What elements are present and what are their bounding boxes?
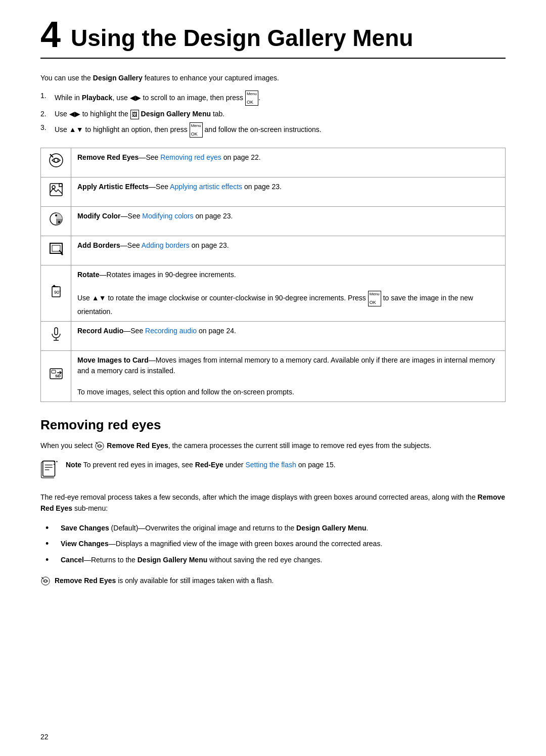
svg-text:✦: ✦ [53, 463, 55, 466]
removing-red-eyes-heading: Removing red eyes [40, 417, 506, 433]
color-link[interactable]: Modifying colors [142, 212, 193, 220]
step-1-num: 1. [40, 91, 55, 101]
save-changes-bold: Save Changes [61, 524, 109, 532]
audio-label: Record Audio [77, 327, 123, 335]
cancel-bold: Cancel [61, 556, 84, 564]
step-3-num: 3. [40, 122, 55, 133]
redeye-link[interactable]: Removing red eyes [160, 153, 221, 161]
artistic-label: Apply Artistic Effects [77, 183, 149, 191]
svg-rect-10 [52, 245, 60, 251]
footer-note: Remove Red Eyes is only available for st… [40, 575, 506, 586]
svg-text:✦✦: ✦✦ [53, 460, 58, 463]
intro-text-pre: You can use the [40, 74, 93, 82]
bullet-save-text: Save Changes (Default)—Overwrites the or… [61, 522, 368, 533]
svg-rect-19 [52, 370, 56, 373]
note-label: Note [66, 461, 81, 469]
step-2: 2. Use ◀▶ to highlight the 🖼 Design Gall… [40, 109, 506, 119]
note-box: ✦✦ ✦ Note To prevent red eyes in images,… [40, 459, 506, 482]
svg-point-7 [55, 214, 57, 216]
view-changes-bold: View Changes [61, 540, 109, 548]
rotate-label: Rotate [77, 271, 100, 279]
table-row-move: SD Move Images to Card—Moves images from… [41, 350, 506, 402]
borders-link[interactable]: Adding borders [142, 241, 190, 249]
step-2-content: Use ◀▶ to highlight the 🖼 Design Gallery… [55, 109, 506, 119]
chapter-title: Using the Design Gallery Menu [71, 20, 413, 51]
bullet-cancel: Cancel—Returns to the Design Gallery Men… [46, 554, 506, 566]
rotate-icon-cell: 90° [41, 265, 71, 321]
table-row-color: Modify Color—See Modifying colors on pag… [41, 207, 506, 236]
step-1-bold: Playback [82, 94, 113, 102]
artistic-link[interactable]: Applying artistic effects [170, 183, 242, 191]
color-label: Modify Color [77, 212, 121, 220]
artistic-text-cell: Apply Artistic Effects—See Applying arti… [71, 177, 506, 207]
chapter-number: 4 [40, 16, 61, 53]
bullet-view-text: View Changes—Displays a magnified view o… [61, 538, 382, 549]
removing-red-eyes-para1: When you select Remove Red Eyes, the cam… [40, 440, 506, 451]
rotate-icon: 90° [48, 283, 64, 299]
bullet-save-changes: Save Changes (Default)—Overwrites the or… [46, 522, 506, 534]
remove-red-eyes-icon [48, 152, 64, 168]
step-1: 1. While in Playback, use ◀▶ to scroll t… [40, 91, 506, 106]
feature-table: Remove Red Eyes—See Removing red eyes on… [40, 148, 506, 402]
step-3: 3. Use ▲▼ to highlight an option, then p… [40, 122, 506, 138]
para2-bold: Remove Red Eyes [40, 493, 505, 512]
svg-point-23 [99, 444, 101, 447]
audio-icon-cell [41, 321, 71, 350]
table-row-audio: Record Audio—See Recording audio on page… [41, 321, 506, 350]
move-label: Move Images to Card [77, 356, 149, 364]
menu-ok-rotate: MenuOK [368, 291, 381, 306]
note-text: Note To prevent red eyes in images, see … [66, 459, 336, 470]
menu-ok-3: MenuOK [190, 122, 203, 138]
borders-text-cell: Add Borders—See Adding borders on page 2… [71, 236, 506, 265]
audio-link[interactable]: Recording audio [145, 327, 197, 335]
move-images-icon: SD [48, 366, 64, 382]
note-icon: ✦✦ ✦ [40, 460, 60, 482]
table-row-redeye: Remove Red Eyes—See Removing red eyes on… [41, 148, 506, 177]
save-gallery-bold: Design Gallery Menu [296, 524, 366, 532]
redeye-icon-cell [41, 148, 71, 177]
add-borders-icon [48, 240, 64, 256]
footer-bold: Remove Red Eyes [55, 576, 116, 585]
modify-color-icon [48, 211, 64, 227]
color-text-cell: Modify Color—See Modifying colors on pag… [71, 207, 506, 236]
step-3-content: Use ▲▼ to highlight an option, then pres… [55, 122, 506, 138]
menu-ok-1: MenuOK [245, 91, 258, 106]
redeye-footer-icon [40, 576, 51, 586]
svg-point-8 [58, 221, 60, 223]
svg-point-1 [54, 158, 58, 162]
bullet-list: Save Changes (Default)—Overwrites the or… [40, 522, 506, 566]
artistic-icon-cell [41, 177, 71, 207]
cancel-gallery-bold: Design Gallery Menu [138, 556, 207, 564]
rotate-text-cell: Rotate—Rotates images in 90-degree incre… [71, 265, 506, 321]
step-2-bold: Design Gallery Menu [141, 110, 211, 118]
color-icon-cell [41, 207, 71, 236]
step-2-num: 2. [40, 109, 55, 119]
svg-point-4 [52, 186, 55, 189]
chapter-header: 4 Using the Design Gallery Menu [40, 20, 506, 59]
move-text-cell: Move Images to Card—Moves images from in… [71, 350, 506, 402]
redeye-text-cell: Remove Red Eyes—See Removing red eyes on… [71, 148, 506, 177]
intro-bold: Design Gallery [93, 74, 143, 82]
remove-red-eyes-inline-icon [95, 441, 105, 451]
redeye-label: Remove Red Eyes [77, 153, 139, 161]
move-icon-cell: SD [41, 350, 71, 402]
borders-label: Add Borders [77, 241, 120, 249]
svg-point-32 [44, 580, 47, 583]
note-document-icon: ✦✦ ✦ [40, 460, 60, 479]
para1-pre: When you select [40, 441, 95, 450]
para1-bold: Remove Red Eyes [107, 441, 168, 450]
page-number: 22 [40, 733, 49, 741]
removing-red-eyes-para2: The red-eye removal process takes a few … [40, 492, 506, 514]
artistic-effects-icon [48, 182, 64, 198]
table-row-rotate: 90° Rotate—Rotates images in 90-degree i… [41, 265, 506, 321]
bullet-cancel-text: Cancel—Returns to the Design Gallery Men… [61, 554, 323, 565]
design-gallery-icon-inline: 🖼 [130, 110, 139, 119]
svg-rect-15 [55, 328, 58, 335]
bullet-view-changes: View Changes—Displays a magnified view o… [46, 538, 506, 550]
note-redeye-bold: Red-Eye [195, 461, 223, 469]
audio-text-cell: Record Audio—See Recording audio on page… [71, 321, 506, 350]
table-row-borders: Add Borders—See Adding borders on page 2… [41, 236, 506, 265]
note-flash-link[interactable]: Setting the flash [245, 461, 296, 469]
step-1-content: While in Playback, use ◀▶ to scroll to a… [55, 91, 506, 106]
svg-text:90°: 90° [54, 290, 61, 295]
